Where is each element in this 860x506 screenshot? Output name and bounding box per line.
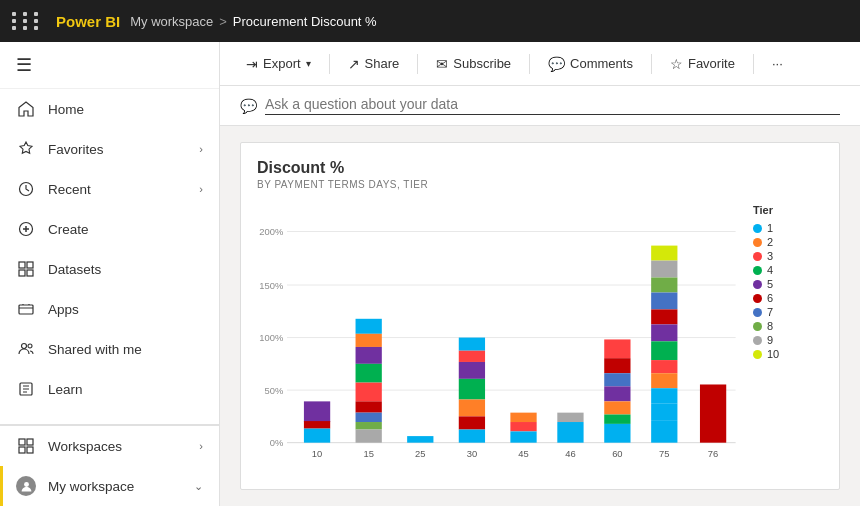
sidebar-bottom: Workspaces › My workspace ⌄ (0, 424, 219, 506)
favorites-icon (16, 139, 36, 159)
hamburger-button[interactable]: ☰ (12, 50, 207, 80)
chart-svg: 200% 150% 100% 50% 0% (257, 200, 745, 477)
svg-rect-38 (356, 347, 382, 364)
svg-rect-72 (651, 360, 677, 373)
svg-rect-61 (604, 386, 630, 401)
shared-label: Shared with me (48, 342, 203, 357)
svg-rect-20 (19, 447, 25, 453)
svg-text:45: 45 (518, 449, 528, 459)
svg-rect-52 (459, 430, 485, 443)
svg-rect-58 (604, 339, 630, 358)
favorite-button[interactable]: ☆ Favorite (660, 51, 745, 77)
create-label: Create (48, 222, 203, 237)
more-button[interactable]: ··· (762, 51, 793, 76)
qa-input-container (265, 96, 840, 115)
svg-rect-59 (604, 358, 630, 373)
legend-label-9: 9 (767, 334, 773, 346)
apps-icon (16, 299, 36, 319)
export-chevron-icon: ▾ (306, 58, 311, 69)
svg-rect-69 (651, 309, 677, 324)
workspaces-arrow-icon: › (199, 440, 203, 452)
home-icon (16, 99, 36, 119)
svg-rect-39 (356, 364, 382, 383)
svg-point-13 (28, 344, 32, 348)
svg-text:46: 46 (565, 449, 575, 459)
svg-rect-49 (459, 379, 485, 400)
toolbar-separator-4 (651, 54, 652, 74)
svg-rect-63 (604, 415, 630, 424)
chart-title: Discount % (257, 159, 823, 177)
qa-input[interactable] (265, 96, 840, 112)
sidebar-item-create[interactable]: Create (0, 209, 219, 249)
sidebar-item-myworkspace[interactable]: My workspace ⌄ (0, 466, 219, 506)
svg-rect-76 (651, 420, 677, 443)
svg-text:0%: 0% (270, 438, 284, 448)
breadcrumb-separator: > (219, 14, 227, 29)
export-button[interactable]: ⇥ Export ▾ (236, 51, 321, 77)
right-panel: ⇥ Export ▾ ↗ Share ✉ Subscribe 💬 Comment… (220, 42, 860, 506)
breadcrumb-workspace[interactable]: My workspace (130, 14, 213, 29)
svg-rect-34 (304, 421, 330, 429)
datasets-label: Datasets (48, 262, 203, 277)
legend-label-8: 8 (767, 320, 773, 332)
svg-text:15: 15 (363, 449, 373, 459)
sidebar-item-workspaces[interactable]: Workspaces › (0, 425, 219, 466)
recent-icon (16, 179, 36, 199)
svg-rect-51 (459, 416, 485, 429)
svg-rect-40 (356, 383, 382, 402)
create-icon (16, 219, 36, 239)
svg-text:30: 30 (467, 449, 477, 459)
qa-icon: 💬 (240, 98, 257, 114)
sidebar-item-apps[interactable]: Apps (0, 289, 219, 329)
myworkspace-arrow-icon: ⌄ (194, 480, 203, 493)
sidebar-item-favorites[interactable]: Favorites › (0, 129, 219, 169)
powerbi-logo: Power BI (56, 13, 120, 30)
learn-icon (16, 379, 36, 399)
svg-text:76: 76 (708, 449, 718, 459)
svg-rect-43 (356, 422, 382, 430)
myworkspace-avatar (16, 476, 36, 496)
svg-rect-64 (604, 424, 630, 443)
svg-rect-56 (557, 413, 583, 422)
legend-dot-5 (753, 280, 762, 289)
legend-item-4: 4 (753, 264, 823, 276)
svg-rect-55 (510, 431, 536, 442)
datasets-icon (16, 259, 36, 279)
legend-label-5: 5 (767, 278, 773, 290)
svg-rect-71 (651, 341, 677, 360)
chart-body: 200% 150% 100% 50% 0% (257, 200, 823, 477)
apps-grid-icon[interactable] (12, 12, 42, 30)
home-label: Home (48, 102, 203, 117)
legend-item-5: 5 (753, 278, 823, 290)
svg-rect-46 (459, 338, 485, 351)
svg-rect-67 (651, 278, 677, 293)
sidebar-top: ☰ (0, 42, 219, 89)
shared-icon (16, 339, 36, 359)
top-bar: Power BI My workspace > Procurement Disc… (0, 0, 860, 42)
svg-text:100%: 100% (259, 333, 283, 343)
comments-button[interactable]: 💬 Comments (538, 51, 643, 77)
sidebar-item-home[interactable]: Home (0, 89, 219, 129)
sidebar-item-recent[interactable]: Recent › (0, 169, 219, 209)
legend-label-10: 10 (767, 348, 779, 360)
legend-label-6: 6 (767, 292, 773, 304)
svg-rect-62 (604, 401, 630, 414)
sidebar-item-datasets[interactable]: Datasets (0, 249, 219, 289)
svg-rect-68 (651, 293, 677, 310)
share-button[interactable]: ↗ Share (338, 51, 410, 77)
svg-rect-37 (356, 334, 382, 347)
comments-icon: 💬 (548, 56, 565, 72)
sidebar-item-learn[interactable]: Learn (0, 369, 219, 409)
legend-item-8: 8 (753, 320, 823, 332)
svg-rect-70 (651, 324, 677, 341)
sidebar-item-shared[interactable]: Shared with me (0, 329, 219, 369)
legend-item-6: 6 (753, 292, 823, 304)
apps-label: Apps (48, 302, 203, 317)
subscribe-button[interactable]: ✉ Subscribe (426, 51, 521, 77)
svg-text:75: 75 (659, 449, 669, 459)
svg-rect-18 (19, 439, 25, 445)
svg-rect-44 (356, 430, 382, 443)
breadcrumb: My workspace > Procurement Discount % (130, 14, 376, 29)
recent-arrow-icon: › (199, 183, 203, 195)
svg-rect-41 (356, 401, 382, 412)
